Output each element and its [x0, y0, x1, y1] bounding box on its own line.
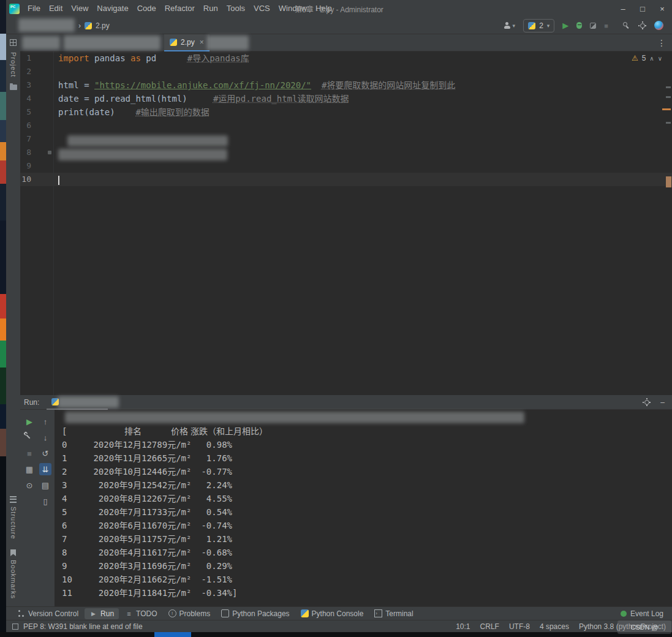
taskbar-button[interactable] — [154, 632, 191, 637]
inspections-widget[interactable]: ⚠ 5 ∧ ∨ — [632, 54, 662, 62]
warning-stripe-mark[interactable] — [662, 108, 671, 110]
hide-panel-icon[interactable]: – — [660, 398, 665, 407]
code-token: pandas — [89, 53, 130, 63]
python-config-icon — [528, 22, 535, 29]
print-icon[interactable]: ▤ — [39, 479, 51, 491]
run-tab[interactable] — [47, 395, 108, 410]
search-icon[interactable] — [622, 21, 630, 29]
stop-icon[interactable]: ■ — [23, 447, 36, 459]
error-stripe-mark[interactable] — [666, 122, 671, 124]
scroll-to-end-icon[interactable]: ⇊ — [39, 463, 51, 475]
line-ending[interactable]: CRLF — [480, 622, 499, 631]
toolwindow-label: Run — [100, 609, 114, 618]
editor[interactable]: 12345678910 import pandas as pd #导入panda… — [20, 51, 672, 395]
toolwindow-python-console[interactable]: Python Console — [296, 608, 369, 619]
prev-problem-icon[interactable]: ∧ — [649, 55, 654, 62]
status-message[interactable]: PEP 8: W391 blank line at end of file — [23, 622, 143, 631]
toolwindow-problems[interactable]: !Problems — [164, 608, 216, 619]
kebab-menu-icon[interactable]: ⋮ — [657, 38, 672, 48]
menu-item-tools[interactable]: Tools — [222, 0, 249, 17]
error-stripe-mark[interactable] — [666, 86, 671, 88]
code-with-me-icon[interactable] — [654, 21, 663, 30]
menu-item-file[interactable]: File — [23, 0, 45, 17]
pin-icon[interactable]: ⊙ — [23, 479, 36, 491]
breadcrumb-file[interactable]: 2.py — [96, 21, 110, 30]
caret-position[interactable]: 10:1 — [456, 622, 470, 631]
clear-all-icon[interactable]: ▯ — [39, 495, 51, 507]
fold-marker-icon[interactable] — [48, 151, 51, 154]
minimize-button[interactable]: – — [613, 0, 633, 17]
run-label: Run: — [24, 398, 39, 407]
editor-code[interactable]: import pandas as pd #导入pandas库html = "ht… — [54, 51, 672, 395]
title-bar: PC FileEditViewNavigateCodeRefactorRunTo… — [6, 0, 672, 17]
toolwindow-terminal[interactable]: ›Terminal — [369, 608, 418, 619]
console-header: [排名价格涨跌（和上月相比） — [62, 424, 672, 438]
close-button[interactable]: × — [652, 0, 672, 17]
toolwindow-run[interactable]: ▶Run — [85, 608, 119, 619]
menu-item-vcs[interactable]: VCS — [249, 0, 274, 17]
toolwindow-python-packages[interactable]: Python Packages — [216, 608, 294, 619]
code-line-1[interactable]: import pandas as pd #导入pandas库 — [54, 51, 672, 65]
tool-stripe-structure[interactable]: Structure — [10, 507, 17, 540]
problems-icon: ! — [168, 609, 176, 617]
next-problem-icon[interactable]: ∨ — [658, 55, 662, 62]
code-line-4[interactable]: date = pd.read_html(html) #运用pd.read_htm… — [54, 92, 672, 105]
run-configuration-select[interactable]: 2 ▾ — [523, 19, 554, 32]
toolwindow-version-control[interactable]: Version Control — [12, 608, 83, 619]
step-up-icon[interactable]: ↑ — [39, 415, 51, 428]
rerun-icon[interactable]: ▶ — [23, 415, 36, 428]
tool-windows-icon[interactable] — [10, 39, 17, 46]
error-stripe-mark[interactable] — [666, 96, 671, 98]
restore-layout-icon[interactable]: ▦ — [23, 463, 36, 475]
folder-icon[interactable] — [10, 85, 17, 90]
bookmarks-icon[interactable] — [10, 549, 16, 556]
code-line-3[interactable]: html = "https://mobile.anjuke.com/xf/fj-… — [54, 78, 672, 92]
code-token: #输出爬取到的数据 — [135, 107, 209, 117]
stop-button[interactable]: ■ — [604, 22, 608, 29]
run-header-actions: – — [643, 398, 672, 407]
console-row-5: 52020年7月11733元/m²0.54% — [62, 505, 672, 519]
tool-stripe-bookmarks[interactable]: Bookmarks — [10, 560, 17, 599]
toolwindow-todo[interactable]: ≡TODO — [120, 608, 162, 619]
menu-item-code[interactable]: Code — [133, 0, 160, 17]
menu-item-navigate[interactable]: Navigate — [92, 0, 132, 17]
window-controls: – □ × — [613, 0, 672, 17]
gear-icon[interactable] — [643, 398, 651, 406]
user-menu[interactable]: ▾ — [504, 22, 516, 29]
menu-item-run[interactable]: Run — [199, 0, 222, 17]
maximize-button[interactable]: □ — [633, 0, 652, 17]
console-output[interactable]: [排名价格涨跌（和上月相比）02020年12月12789元/m²0.98%120… — [55, 410, 672, 606]
coverage-button[interactable] — [590, 23, 596, 29]
step-down-icon[interactable]: ↓ — [39, 431, 51, 443]
menu-item-edit[interactable]: Edit — [45, 0, 67, 17]
debug-button[interactable] — [576, 22, 582, 29]
status-icon[interactable] — [12, 624, 18, 630]
indent-setting[interactable]: 4 spaces — [540, 622, 569, 631]
toolwindow-event-log[interactable]: Event Log — [621, 609, 672, 618]
soft-wrap-icon[interactable]: ↺ — [39, 447, 51, 459]
warning-count: 5 — [642, 54, 646, 62]
code-line-8[interactable] — [54, 146, 672, 159]
code-line-5[interactable]: print(date) #输出爬取到的数据 — [54, 105, 672, 119]
menu-item-refactor[interactable]: Refactor — [160, 0, 199, 17]
structure-icon[interactable] — [10, 496, 17, 503]
code-line-6[interactable] — [54, 119, 672, 132]
code-line-7[interactable] — [54, 132, 672, 146]
run-body: ▶■▦⊙↑↓↺⇊▤▯ [排名价格涨跌（和上月相比）02020年12月12789元… — [20, 410, 672, 606]
file-encoding[interactable]: UTF-8 — [509, 622, 530, 631]
run-button[interactable]: ▶ — [562, 21, 568, 30]
toolwindow-label: Python Console — [312, 609, 364, 618]
breadcrumb-separator: › — [78, 21, 81, 30]
scrollbar-thumb[interactable] — [666, 176, 671, 187]
gear-icon[interactable] — [638, 21, 646, 29]
tab-2py[interactable]: 2.py × — [164, 34, 210, 51]
menu-item-view[interactable]: View — [67, 0, 92, 17]
code-line-2[interactable] — [54, 65, 672, 78]
tab-close-icon[interactable]: × — [200, 38, 204, 47]
code-line-9[interactable] — [54, 159, 672, 173]
line-number-6: 6 — [20, 119, 53, 132]
wrench-icon[interactable] — [23, 431, 36, 443]
tool-stripe-project[interactable]: Project — [10, 52, 17, 77]
breadcrumb[interactable]: › 2.py — [78, 21, 110, 30]
code-line-10[interactable] — [54, 173, 672, 186]
